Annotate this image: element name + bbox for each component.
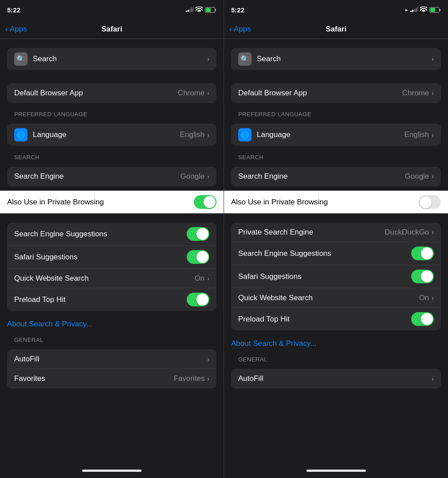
settings-group: 🌐LanguageEnglish› xyxy=(231,124,441,146)
nav-title: Safari xyxy=(101,25,122,34)
nav-back-button[interactable]: ‹Apps xyxy=(229,24,251,34)
home-bar xyxy=(307,470,366,472)
row-icon: 🌐 xyxy=(238,128,252,141)
settings-row[interactable]: 🔍Search› xyxy=(7,48,216,70)
left-panel: 5:22‹AppsSafari🔍Search›Default Browser A… xyxy=(0,0,224,478)
settings-group: 🔍Search› xyxy=(231,48,441,70)
nav-back-button[interactable]: ‹Apps xyxy=(5,24,27,34)
chevron-icon: › xyxy=(207,55,209,63)
settings-row[interactable]: Quick Website SearchOn› xyxy=(7,269,216,288)
row-value: On xyxy=(195,274,205,283)
svg-rect-12 xyxy=(416,8,417,12)
settings-row[interactable]: Preload Top Hit xyxy=(231,308,441,330)
svg-rect-0 xyxy=(186,11,187,12)
status-icons: ▸ xyxy=(405,7,441,13)
row-label: AutoFill xyxy=(238,374,432,383)
chevron-icon: › xyxy=(432,90,434,97)
settings-row[interactable]: Search EngineGoogle› xyxy=(231,167,441,186)
settings-row[interactable]: Preload Top Hit xyxy=(7,288,216,311)
chevron-icon: › xyxy=(432,55,434,63)
svg-rect-13 xyxy=(417,7,418,12)
toggle-on[interactable] xyxy=(187,227,209,241)
svg-rect-10 xyxy=(412,10,413,12)
status-icons xyxy=(186,7,216,13)
row-label: Search Engine xyxy=(14,172,181,181)
toggle-off[interactable] xyxy=(418,195,441,209)
settings-row[interactable]: 🔍Search› xyxy=(231,48,441,70)
settings-group: Default Browser AppChrome› xyxy=(231,83,441,103)
settings-row[interactable]: Safari Suggestions xyxy=(7,246,216,269)
settings-row[interactable]: Quick Website SearchOn› xyxy=(231,288,441,308)
row-icon-symbol: 🌐 xyxy=(16,131,25,139)
highlighted-row[interactable]: Also Use in Private Browsing xyxy=(224,191,448,214)
section-label: SEARCH xyxy=(224,150,448,162)
row-label: Default Browser App xyxy=(238,89,402,98)
settings-row[interactable]: Private Search EngineDuckDuckGo› xyxy=(231,223,441,242)
settings-row[interactable]: Search EngineGoogle› xyxy=(7,167,216,186)
highlighted-row[interactable]: Also Use in Private Browsing xyxy=(0,191,224,214)
svg-point-14 xyxy=(423,11,424,12)
settings-row[interactable]: Default Browser AppChrome› xyxy=(231,83,441,103)
row-label: Safari Suggestions xyxy=(14,253,187,262)
row-icon: 🌐 xyxy=(14,128,28,141)
row-label: Also Use in Private Browsing xyxy=(231,198,418,207)
row-label: Search Engine Suggestions xyxy=(14,230,187,239)
status-bar: 5:22▸ xyxy=(224,0,448,20)
location-icon: ▸ xyxy=(405,7,408,13)
settings-group: AutoFill›FavoritesFavorites› xyxy=(7,349,216,388)
section-label: SEARCH xyxy=(0,150,224,162)
chevron-icon: › xyxy=(432,173,434,180)
status-bar: 5:22 xyxy=(0,0,224,20)
back-chevron-icon: ‹ xyxy=(5,24,8,34)
svg-rect-7 xyxy=(215,9,216,11)
settings-group: Private Search EngineDuckDuckGo›Search E… xyxy=(231,223,441,330)
settings-row[interactable]: Safari Suggestions xyxy=(231,265,441,288)
row-icon-symbol: 🔍 xyxy=(16,55,25,63)
settings-row[interactable]: 🌐LanguageEnglish› xyxy=(231,124,441,146)
toggle-on[interactable] xyxy=(411,312,434,326)
settings-row[interactable]: Search Engine Suggestions xyxy=(231,242,441,265)
toggle-on[interactable] xyxy=(187,250,209,264)
about-link[interactable]: About Search & Privacy... xyxy=(224,335,448,353)
back-label: Apps xyxy=(10,25,27,34)
chevron-icon: › xyxy=(207,275,209,282)
settings-group: Default Browser AppChrome› xyxy=(7,83,216,103)
row-value: Chrome xyxy=(402,89,429,98)
home-indicator xyxy=(224,463,448,478)
toggle-on[interactable] xyxy=(411,247,434,260)
chevron-icon: › xyxy=(207,375,209,382)
chevron-icon: › xyxy=(207,131,209,138)
svg-rect-4 xyxy=(193,7,193,12)
home-indicator xyxy=(0,463,224,478)
svg-rect-3 xyxy=(191,8,193,12)
chevron-icon: › xyxy=(432,294,434,302)
svg-rect-11 xyxy=(414,9,415,12)
svg-rect-8 xyxy=(206,8,211,12)
chevron-icon: › xyxy=(207,90,209,97)
signal-icon xyxy=(410,7,418,13)
settings-group: AutoFill› xyxy=(231,369,441,388)
toggle-on[interactable] xyxy=(187,293,209,306)
settings-group: 🔍Search› xyxy=(7,48,216,70)
row-value: Google xyxy=(181,172,205,181)
svg-rect-9 xyxy=(410,11,412,12)
svg-point-5 xyxy=(199,11,200,12)
toggle-on[interactable] xyxy=(194,195,216,209)
back-chevron-icon: ‹ xyxy=(229,24,232,34)
row-value: Favorites xyxy=(173,374,204,383)
row-label: Also Use in Private Browsing xyxy=(7,198,194,207)
row-label: Language xyxy=(257,130,405,139)
right-panel: 5:22▸‹AppsSafari🔍Search›Default Browser … xyxy=(224,0,448,478)
settings-row[interactable]: AutoFill› xyxy=(7,349,216,369)
settings-row[interactable]: AutoFill› xyxy=(231,369,441,388)
settings-row[interactable]: FavoritesFavorites› xyxy=(7,369,216,388)
row-label: Default Browser App xyxy=(14,89,178,98)
row-icon-symbol: 🔍 xyxy=(240,55,249,63)
settings-row[interactable]: 🌐LanguageEnglish› xyxy=(7,124,216,146)
settings-row[interactable]: Default Browser AppChrome› xyxy=(7,83,216,103)
about-link[interactable]: About Search & Privacy... xyxy=(0,315,224,333)
settings-row[interactable]: Search Engine Suggestions xyxy=(7,223,216,246)
toggle-on[interactable] xyxy=(411,270,434,283)
wifi-icon xyxy=(196,7,203,13)
row-label: Safari Suggestions xyxy=(238,272,411,281)
